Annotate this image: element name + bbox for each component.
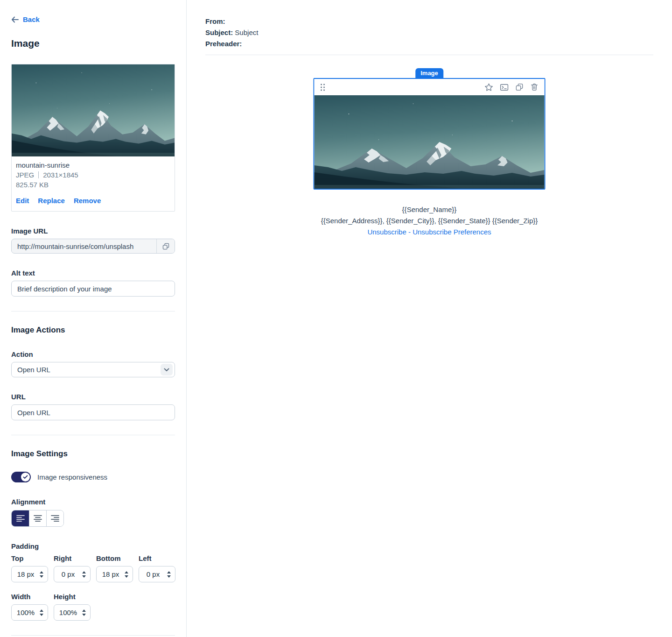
padding-right-stepper[interactable]: 0 px bbox=[54, 566, 91, 582]
sender-address-line: {{Sender_Address}}, {{Sender_City}}, {{S… bbox=[266, 215, 593, 226]
divider bbox=[11, 435, 175, 435]
email-meta-header: From: Subject: Subject Preheader: bbox=[205, 16, 258, 50]
width-stepper[interactable]: 100% bbox=[11, 604, 48, 621]
align-center-button[interactable] bbox=[29, 510, 46, 526]
link-separator: - bbox=[406, 228, 413, 236]
image-url-value[interactable]: http://mountain-sunrise/com/unsplash bbox=[12, 239, 156, 253]
favorite-button[interactable] bbox=[484, 83, 494, 92]
remove-link[interactable]: Remove bbox=[74, 197, 101, 205]
file-size: 825.57 KB bbox=[16, 180, 170, 190]
image-url-field: http://mountain-sunrise/com/unsplash bbox=[11, 239, 175, 254]
divider bbox=[11, 635, 175, 636]
padding-right-label: Right bbox=[54, 554, 91, 562]
trash-icon bbox=[530, 83, 539, 92]
arrow-down-icon bbox=[82, 575, 86, 578]
terminal-icon bbox=[500, 83, 509, 92]
unsubscribe-preferences-link[interactable]: Unsubscribe Preferences bbox=[413, 228, 491, 236]
arrow-up-icon bbox=[167, 571, 171, 573]
file-dimensions: 2031×1845 bbox=[43, 170, 78, 180]
arrow-up-icon bbox=[40, 571, 43, 573]
arrow-left-icon bbox=[11, 16, 19, 23]
alt-text-input[interactable] bbox=[11, 281, 175, 297]
padding-label: Padding bbox=[11, 542, 175, 550]
image-file-card: mountain-sunrise JPEG 2031×1845 825.57 K… bbox=[11, 64, 175, 212]
height-value: 100% bbox=[54, 609, 82, 616]
padding-bottom-label: Bottom bbox=[96, 554, 133, 562]
alignment-button-group bbox=[11, 510, 64, 527]
delete-button[interactable] bbox=[530, 83, 539, 92]
stepper-arrows[interactable] bbox=[40, 609, 48, 616]
align-left-icon bbox=[16, 515, 25, 522]
padding-top-label: Top bbox=[11, 554, 48, 562]
from-label: From: bbox=[205, 17, 225, 25]
stepper-arrows[interactable] bbox=[40, 571, 48, 578]
alignment-label: Alignment bbox=[11, 498, 175, 506]
mountain-image bbox=[315, 95, 545, 189]
back-button[interactable]: Back bbox=[11, 15, 40, 23]
selected-image-block[interactable] bbox=[314, 78, 546, 190]
height-label: Height bbox=[54, 593, 91, 601]
arrow-down-icon bbox=[40, 614, 43, 616]
toggle-knob bbox=[21, 473, 30, 481]
code-button[interactable] bbox=[500, 83, 509, 92]
stepper-arrows[interactable] bbox=[82, 571, 90, 578]
arrow-down-icon bbox=[125, 575, 128, 578]
chevron-down-icon bbox=[161, 364, 173, 375]
file-format: JPEG bbox=[16, 170, 34, 180]
stepper-arrows[interactable] bbox=[125, 571, 133, 578]
replace-link[interactable]: Replace bbox=[38, 197, 65, 205]
header-divider bbox=[205, 55, 653, 55]
image-responsiveness-label: Image responsiveness bbox=[37, 473, 107, 481]
email-preview-pane: From: Subject: Subject Preheader: Image bbox=[187, 0, 672, 637]
drag-handle-icon[interactable] bbox=[320, 83, 326, 92]
image-settings-title: Image Settings bbox=[11, 449, 175, 459]
email-footer: {{Sender_Name}} {{Sender_Address}}, {{Se… bbox=[266, 204, 593, 238]
padding-left-stepper[interactable]: 0 px bbox=[139, 566, 175, 582]
action-label: Action bbox=[11, 350, 175, 358]
padding-left-label: Left bbox=[139, 554, 175, 562]
width-value: 100% bbox=[12, 609, 40, 616]
block-toolbar bbox=[315, 79, 545, 95]
padding-right-value: 0 px bbox=[54, 570, 82, 578]
meta-separator bbox=[38, 171, 39, 178]
padding-top-value: 18 px bbox=[12, 570, 40, 578]
align-right-button[interactable] bbox=[46, 510, 63, 526]
arrow-up-icon bbox=[40, 609, 43, 612]
url-label: URL bbox=[11, 393, 175, 401]
edit-link[interactable]: Edit bbox=[16, 197, 29, 205]
sender-name: {{Sender_Name}} bbox=[266, 204, 593, 215]
back-label: Back bbox=[23, 15, 40, 23]
mountain-thumbnail bbox=[12, 64, 175, 156]
arrow-up-icon bbox=[125, 571, 128, 573]
image-responsiveness-toggle[interactable] bbox=[11, 472, 31, 482]
duplicate-button[interactable] bbox=[515, 83, 524, 92]
divider bbox=[11, 311, 175, 311]
arrow-up-icon bbox=[82, 571, 86, 573]
email-editor: Back Image bbox=[0, 0, 672, 637]
height-stepper[interactable]: 100% bbox=[54, 604, 91, 621]
copy-icon bbox=[515, 83, 524, 92]
stepper-arrows[interactable] bbox=[82, 609, 90, 616]
padding-bottom-value: 18 px bbox=[97, 570, 125, 578]
unsubscribe-link[interactable]: Unsubscribe bbox=[367, 228, 406, 236]
arrow-up-icon bbox=[82, 609, 86, 612]
padding-top-stepper[interactable]: 18 px bbox=[11, 566, 48, 582]
image-settings-panel: Back Image bbox=[0, 0, 187, 637]
url-input[interactable] bbox=[11, 404, 175, 420]
panel-title: Image bbox=[11, 38, 175, 49]
stepper-arrows[interactable] bbox=[167, 571, 175, 578]
copy-url-button[interactable] bbox=[156, 239, 175, 253]
copy-icon bbox=[162, 242, 170, 250]
subject-label: Subject: bbox=[205, 28, 233, 36]
align-center-icon bbox=[34, 515, 42, 522]
align-left-button[interactable] bbox=[12, 510, 29, 526]
arrow-down-icon bbox=[167, 575, 171, 578]
subject-value: Subject bbox=[235, 28, 258, 36]
padding-left-value: 0 px bbox=[139, 570, 167, 578]
preheader-label: Preheader: bbox=[205, 40, 242, 48]
arrow-down-icon bbox=[40, 575, 43, 578]
padding-bottom-stepper[interactable]: 18 px bbox=[96, 566, 133, 582]
image-actions-title: Image Actions bbox=[11, 326, 175, 335]
image-url-label: Image URL bbox=[11, 227, 175, 235]
action-select[interactable]: Open URL bbox=[11, 362, 175, 377]
